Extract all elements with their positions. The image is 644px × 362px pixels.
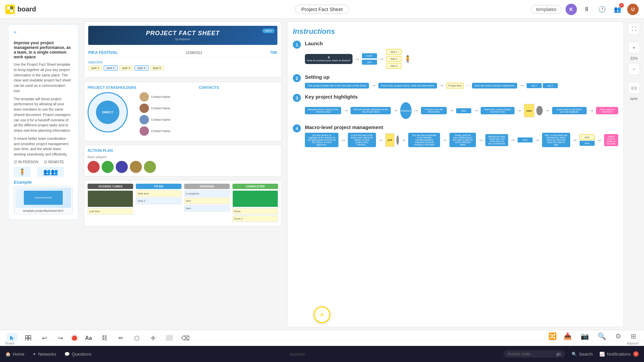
step-4: 4 Macro-level project management Use thi… bbox=[293, 124, 618, 147]
users-button[interactable]: 👥 3 bbox=[612, 4, 623, 15]
flow-person-icon: 🧍 bbox=[404, 55, 412, 63]
action-plan: ACTION PLAN team players bbox=[84, 145, 282, 177]
player-4 bbox=[130, 161, 142, 173]
center-title-area: Project Fact Sheet bbox=[295, 5, 349, 14]
step4-s1: task bbox=[580, 134, 595, 140]
kanban-card-10: Done 2 bbox=[232, 216, 278, 222]
step4-box-6: then, so the tasks are themselves, paste… bbox=[542, 133, 570, 147]
kanban-ongoing: ONGOING In progress Item Item bbox=[184, 184, 230, 223]
step4-arrow-2: → bbox=[378, 137, 383, 143]
templates-button[interactable]: templates bbox=[531, 5, 561, 14]
nav-search[interactable]: 🔍 Search bbox=[572, 352, 593, 357]
circle-outer: DIRECT bbox=[88, 92, 128, 132]
in-person-label: ☑ IN PERSON bbox=[14, 160, 39, 164]
go-button[interactable]: go bbox=[556, 352, 561, 356]
add-button[interactable]: + bbox=[314, 306, 330, 323]
step-3: 3 Key project highlights everyone posts … bbox=[293, 94, 618, 119]
contact-item-2: Contact Name bbox=[140, 104, 278, 113]
step3-arrow-3: → bbox=[414, 108, 419, 114]
board-title-pill[interactable]: Project Fact Sheet bbox=[295, 5, 349, 14]
obj-bar-2: task 2 bbox=[104, 65, 118, 71]
kanban-todo-header: TO DO bbox=[136, 184, 181, 189]
contacts-title: CONTACTS bbox=[140, 85, 278, 89]
access-code-box[interactable]: go bbox=[503, 350, 565, 358]
step3-pink: if you need to add items bbox=[596, 107, 618, 114]
nav-home[interactable]: 🏠 Home bbox=[5, 352, 24, 357]
contact-item-4: Contact Name bbox=[140, 126, 278, 136]
nav-networks[interactable]: ✦ Networks bbox=[33, 352, 56, 357]
app-title: board bbox=[17, 5, 36, 13]
example-box: board preview template-projectfactsheet.… bbox=[14, 186, 73, 214]
step3-avatar bbox=[536, 106, 543, 115]
flow-sticky-5: step 3 bbox=[386, 63, 401, 69]
stakeholders-circle: DIRECT bbox=[88, 92, 128, 132]
player-2 bbox=[102, 161, 114, 173]
panel-body-3: It means better team coordination and sm… bbox=[14, 136, 73, 157]
step-2-flow: The project leader fills in the first pa… bbox=[305, 82, 618, 88]
kanban-card-3: Task item bbox=[136, 190, 181, 197]
kanban-card-9: Done bbox=[232, 208, 278, 215]
pause-button[interactable]: ⏸ bbox=[581, 4, 592, 15]
access-code-input[interactable] bbox=[507, 352, 554, 356]
step-2: 2 Setting up The project leader fills in… bbox=[293, 74, 618, 88]
flow-sticky-1: invite bbox=[362, 53, 377, 58]
step-3-title: Key project highlights bbox=[305, 94, 618, 100]
objective-bars: task 1 task 2 task 3 task 4 task 5 bbox=[88, 65, 277, 71]
logo-icon bbox=[5, 5, 15, 14]
player-3 bbox=[116, 161, 128, 173]
step2-b1: obj 1 bbox=[527, 83, 542, 88]
sync-button[interactable]: ((·)) bbox=[628, 82, 640, 94]
kanban-todo: TO DO Task item Task 2 bbox=[136, 184, 181, 223]
kanban-card-1 bbox=[88, 190, 133, 207]
left-info-panel: " Improve your project management perfor… bbox=[8, 24, 78, 220]
step-4-content: Macro-level project management Use this … bbox=[305, 124, 618, 147]
step4-box-1: Use this section to highlight all the ac… bbox=[305, 133, 338, 147]
flow-arrow-2: → bbox=[379, 56, 384, 62]
svg-rect-2 bbox=[10, 6, 13, 9]
quote-icon: " bbox=[14, 30, 73, 39]
panel-body-1: Use the Project Fact Sheet template to b… bbox=[14, 62, 73, 94]
panel-title: Improve your project management performa… bbox=[14, 41, 73, 59]
svg-rect-0 bbox=[7, 6, 10, 9]
questions-icon: 💬 bbox=[64, 352, 70, 357]
example-label: Example bbox=[14, 180, 73, 185]
move-icon: 🔀 bbox=[548, 332, 557, 340]
fullscreen-button[interactable]: ⛶ bbox=[628, 23, 640, 35]
player-5 bbox=[144, 161, 156, 173]
step4-arrow-9: → bbox=[597, 137, 602, 143]
team-players bbox=[88, 161, 278, 173]
pfs-by-label: by Klaxoon bbox=[92, 38, 273, 41]
pfs-header: PROJECT FACT SHEET by Klaxoon INFO bbox=[88, 26, 277, 45]
import-icon: 📥 bbox=[564, 332, 572, 340]
status-bar: Board klaxoon bbox=[0, 341, 644, 346]
team-label: team players bbox=[88, 155, 278, 159]
step4-avatar bbox=[396, 135, 399, 145]
zoom-in-button[interactable]: + bbox=[628, 42, 640, 54]
users-badge: 3 bbox=[619, 3, 624, 8]
player-1 bbox=[88, 161, 100, 173]
flow-sticky-3: step 1 bbox=[386, 49, 401, 55]
kanban-access-header: ACCESS / LINKS bbox=[88, 184, 133, 189]
step3-arrow-8: → bbox=[589, 108, 594, 114]
instructions-title: Instructions bbox=[293, 27, 618, 36]
obj-bar-4: task 4 bbox=[135, 65, 149, 71]
klaxoon-brand: klaxoon bbox=[627, 342, 639, 345]
step2-sticky-1: Project idea bbox=[446, 83, 464, 88]
svg-rect-5 bbox=[29, 336, 31, 338]
contact-avatar-1 bbox=[140, 92, 149, 102]
step3-box-1: everyone posts a sticky in the relevant … bbox=[305, 107, 341, 114]
step4-sticky: item bbox=[518, 137, 533, 142]
zoom-out-button[interactable]: − bbox=[628, 63, 640, 75]
step3-yellow: notes bbox=[524, 104, 534, 117]
clock-button[interactable]: 🕐 bbox=[596, 4, 608, 15]
kanban-card-5: In progress bbox=[184, 190, 230, 197]
objective-label: objective bbox=[88, 60, 277, 64]
kanban-card-6: Item bbox=[184, 198, 230, 204]
step-1-content: Launch 🖥How to connect your team to Boar… bbox=[305, 41, 618, 69]
nav-notifications[interactable]: 📈 Notifications 5 bbox=[599, 351, 639, 357]
kanban-ongoing-header: ONGOING bbox=[184, 184, 230, 189]
nav-questions[interactable]: 💬 Questions bbox=[64, 352, 92, 357]
flow-arrow-1: → bbox=[355, 56, 360, 62]
contact-name-1: Contact Name bbox=[151, 95, 170, 99]
avatar-main: U bbox=[627, 4, 639, 15]
